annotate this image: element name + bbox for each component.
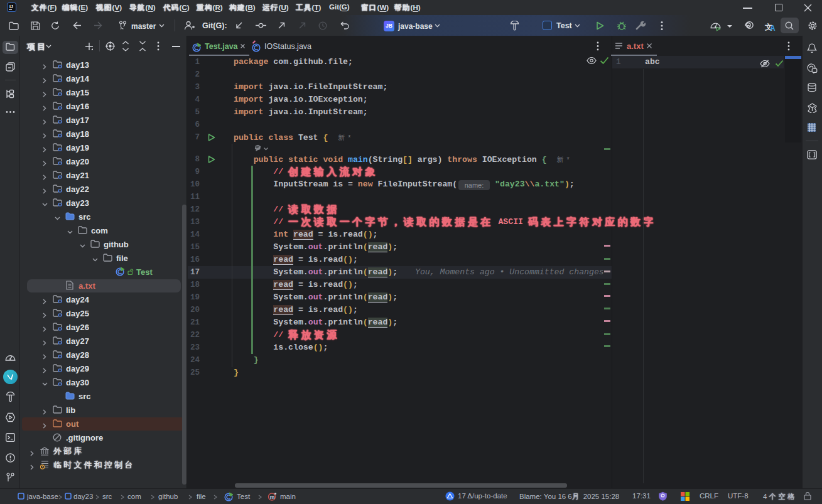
svg-text:m: m (270, 494, 275, 500)
